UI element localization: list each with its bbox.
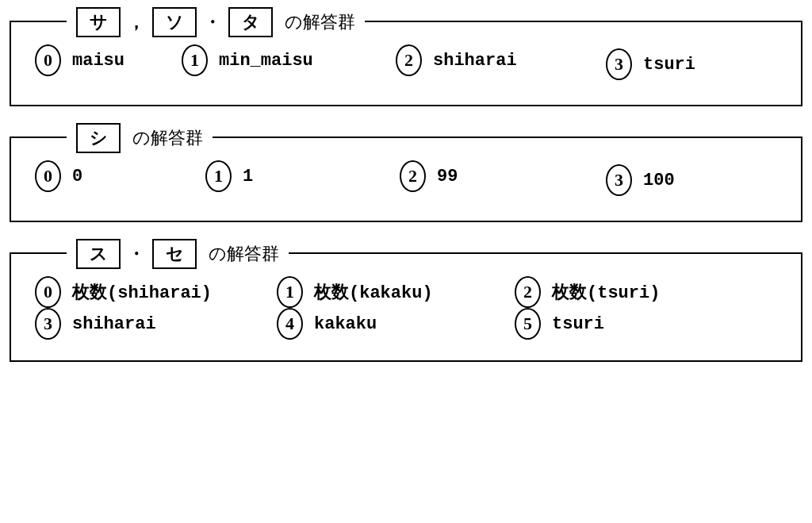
separator-comma: ， [128, 10, 145, 34]
option-num-0: 0 [35, 44, 61, 76]
option-4: 4 kakaku [277, 308, 515, 340]
option-5: 5 tsuri [515, 308, 745, 340]
option-num-5: 5 [515, 308, 541, 340]
option-text-0: maisu [72, 51, 124, 71]
answer-group-3: ス ・ セ の解答群 0 枚数(shiharai) 1 枚数(kakaku) 2… [10, 252, 802, 362]
option-num-3: 3 [606, 164, 632, 196]
legend-suffix: の解答群 [209, 242, 279, 266]
option-3: 3 100 [606, 164, 675, 196]
options-row-3: 0 枚数(shiharai) 1 枚数(kakaku) 2 枚数(tsuri) … [35, 276, 777, 340]
option-num-4: 4 [277, 308, 303, 340]
option-text-2: shiharai [433, 51, 517, 71]
option-text-1: 枚数(kakaku) [314, 280, 433, 304]
label-box-so: ソ [152, 7, 197, 37]
label-box-ta: タ [228, 7, 273, 37]
legend-suffix: の解答群 [285, 10, 355, 34]
option-1: 1 min_maisu [182, 44, 396, 76]
option-3: 3 tsuri [606, 48, 695, 80]
option-text-0: 0 [72, 167, 82, 187]
option-0: 0 maisu [35, 44, 182, 76]
option-2: 2 枚数(tsuri) [515, 276, 745, 308]
label-box-su: ス [76, 239, 121, 269]
option-num-0: 0 [35, 276, 61, 308]
options-row-1: 0 maisu 1 min_maisu 2 shiharai 3 tsuri [35, 44, 777, 84]
legend-3: ス ・ セ の解答群 [67, 239, 289, 269]
option-text-3: tsuri [643, 55, 695, 75]
option-0: 0 枚数(shiharai) [35, 276, 277, 308]
option-2: 2 shiharai [396, 44, 606, 76]
option-text-0: 枚数(shiharai) [72, 280, 212, 304]
legend-2: シ の解答群 [67, 123, 213, 153]
label-box-se: セ [152, 239, 197, 269]
option-text-2: 枚数(tsuri) [552, 280, 660, 304]
option-0: 0 0 [35, 160, 205, 192]
option-text-2: 99 [437, 167, 458, 187]
option-num-3: 3 [606, 48, 632, 80]
option-text-4: kakaku [314, 314, 377, 334]
option-text-5: tsuri [552, 314, 604, 334]
option-text-1: min_maisu [219, 51, 313, 71]
option-num-1: 1 [182, 44, 208, 76]
option-num-1: 1 [205, 160, 232, 192]
option-num-1: 1 [277, 276, 303, 308]
option-text-3: shiharai [72, 314, 156, 334]
label-box-shi: シ [76, 123, 121, 153]
option-1: 1 枚数(kakaku) [277, 276, 515, 308]
option-text-3: 100 [643, 171, 675, 190]
separator-dot: ・ [128, 242, 145, 266]
option-1: 1 1 [205, 160, 400, 192]
option-text-1: 1 [243, 167, 253, 187]
options-row-2: 0 0 1 1 2 99 3 100 [35, 160, 777, 200]
option-num-0: 0 [35, 160, 61, 192]
label-box-sa: サ [76, 7, 121, 37]
answer-group-2: シ の解答群 0 0 1 1 2 99 3 100 [10, 137, 802, 222]
option-3: 3 shiharai [35, 308, 277, 340]
legend-suffix: の解答群 [132, 126, 203, 150]
option-num-2: 2 [396, 44, 422, 76]
separator-dot: ・ [204, 10, 221, 34]
option-num-2: 2 [515, 276, 541, 308]
option-2: 2 99 [400, 160, 606, 192]
answer-group-1: サ ， ソ ・ タ の解答群 0 maisu 1 min_maisu 2 shi… [10, 21, 802, 106]
legend-1: サ ， ソ ・ タ の解答群 [67, 7, 365, 37]
option-num-3: 3 [35, 308, 61, 340]
option-num-2: 2 [400, 160, 426, 192]
